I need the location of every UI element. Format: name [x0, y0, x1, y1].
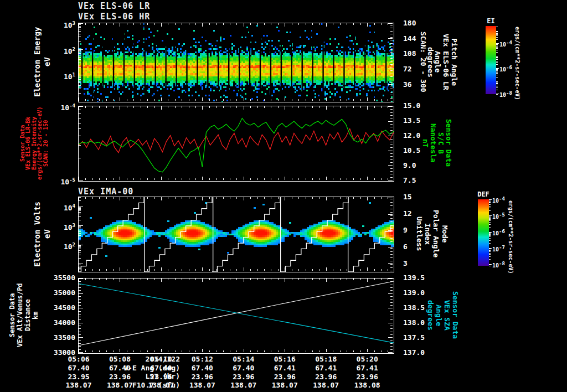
axis-tick	[79, 216, 81, 217]
axis-tick	[147, 106, 148, 108]
axis-tick	[99, 269, 100, 271]
panel1-right-axis-label: Pitch Angle	[450, 23, 458, 101]
axis-tick	[161, 106, 162, 110]
axis-tick	[195, 178, 196, 180]
axis-tick	[390, 86, 393, 86]
axis-tick	[496, 27, 498, 27]
axis-tick	[106, 178, 107, 180]
axis-tick	[189, 197, 189, 199]
axis-tick	[292, 197, 292, 199]
axis-tick	[120, 197, 120, 200]
axis-tick	[298, 350, 299, 352]
axis-tick	[79, 296, 81, 297]
axis-tick	[209, 269, 210, 271]
axis-tick	[168, 99, 168, 101]
axis-tick	[489, 236, 491, 237]
axis-tick	[367, 177, 368, 180]
axis-tick	[79, 268, 81, 269]
axis-tick	[390, 346, 393, 347]
table-cell: 67.40	[184, 364, 220, 372]
axis-tick	[182, 197, 182, 199]
axis-tick	[489, 217, 491, 218]
axis-tick	[79, 337, 83, 338]
table-cell: 138.07	[102, 381, 137, 389]
axis-tick	[390, 31, 393, 32]
axis-tick	[278, 197, 279, 199]
axis-tick	[353, 269, 354, 271]
axis-tick	[79, 281, 81, 282]
axis-tick	[147, 350, 148, 352]
axis-tick	[489, 224, 491, 225]
axis-tick	[390, 209, 393, 209]
axis-tick	[79, 63, 81, 63]
axis-tick	[496, 73, 498, 74]
axis-tick	[182, 178, 182, 180]
axis-tick	[388, 293, 393, 294]
axis-tick	[154, 197, 155, 199]
colorbar-def-tick-label: 10-4	[492, 196, 505, 204]
axis-tick	[388, 337, 393, 338]
panel4-ylabel: VEx Alt/Venus/Pd	[17, 278, 24, 353]
axis-tick	[347, 197, 347, 199]
axis-tick	[326, 97, 327, 101]
axis-tick	[496, 90, 498, 90]
axis-tick	[257, 269, 258, 271]
axis-tick	[257, 197, 258, 199]
axis-tick	[496, 94, 498, 95]
axis-tick	[161, 349, 162, 352]
axis-tick	[390, 109, 393, 110]
axis-tick	[319, 350, 319, 352]
axis-tick	[106, 278, 107, 280]
altitude-sza-line-panel	[78, 278, 394, 354]
axis-tick	[390, 254, 393, 255]
axis-tick	[79, 76, 81, 76]
axis-tick	[120, 97, 120, 101]
axis-tick	[79, 228, 81, 228]
axis-tick	[390, 332, 393, 332]
altitude-sza-lines	[79, 278, 394, 353]
axis-tick	[113, 106, 114, 108]
axis-tick	[79, 235, 81, 236]
axis-tick	[489, 265, 491, 265]
axis-tick	[79, 97, 79, 101]
axis-tick	[496, 75, 498, 75]
axis-tick	[209, 197, 210, 199]
axis-tick	[390, 326, 393, 326]
axis-tick	[236, 178, 237, 180]
axis-tick	[388, 136, 393, 136]
axis-tick	[99, 23, 100, 25]
axis-tick	[390, 334, 393, 335]
axis-tick	[79, 249, 81, 249]
axis-tick	[390, 171, 393, 172]
colorbar-ei-units: ergs/(cm**2-sr-sec-eV)	[514, 23, 520, 104]
axis-tick	[79, 209, 81, 210]
axis-tick	[496, 35, 498, 36]
axis-tick	[381, 178, 382, 180]
axis-tick	[257, 178, 258, 180]
axis-tick	[133, 197, 134, 199]
axis-tick	[175, 106, 176, 108]
axis-tick	[120, 106, 120, 110]
axis-tick	[79, 328, 81, 329]
panel1-ytick: 103	[53, 19, 75, 29]
axis-tick	[79, 352, 83, 353]
axis-tick	[390, 231, 393, 232]
axis-tick	[390, 58, 393, 59]
axis-tick	[292, 178, 292, 180]
panel1-ylabel: Electron Energy	[33, 23, 42, 101]
axis-tick	[388, 214, 393, 215]
axis-tick	[175, 99, 176, 101]
axis-tick	[120, 23, 120, 27]
axis-tick	[79, 55, 81, 55]
panel2-left-axis-label: SCAN: 20 - 150	[43, 106, 49, 180]
panel4-right-tick: 137.5	[403, 334, 430, 342]
axis-tick	[79, 212, 81, 213]
axis-tick	[390, 92, 393, 92]
panel4-ylabel: km	[32, 278, 39, 353]
axis-tick	[195, 23, 196, 25]
axis-tick	[496, 71, 498, 71]
axis-tick	[390, 299, 393, 300]
axis-tick	[306, 99, 306, 101]
axis-tick	[141, 23, 141, 25]
axis-tick	[79, 118, 81, 118]
